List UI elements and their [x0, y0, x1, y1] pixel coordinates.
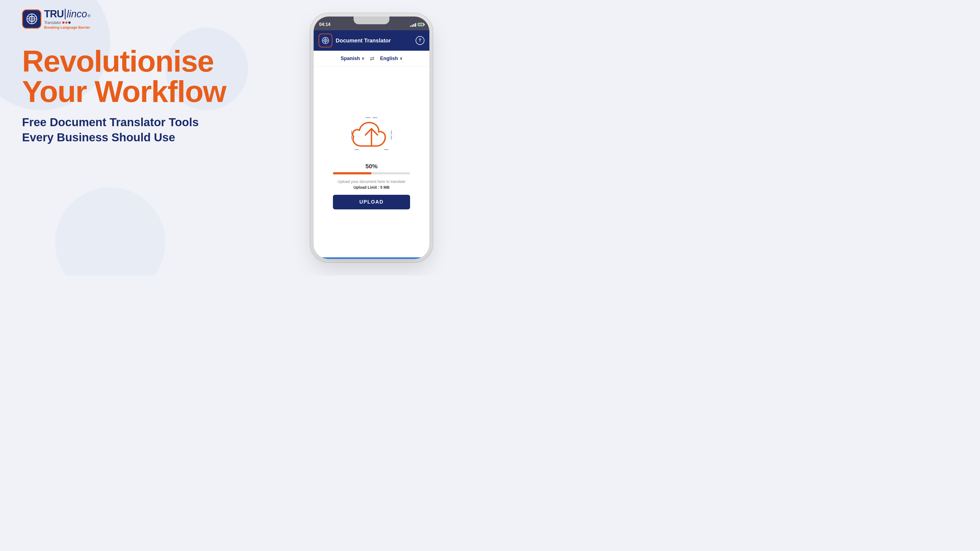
upload-button[interactable]: UPLOAD [333, 195, 410, 210]
upload-description-text: Upload your document here to translate [337, 179, 406, 184]
logo-divider [65, 9, 65, 19]
upload-description: Upload your document here to translate U… [337, 179, 406, 191]
target-language-chevron-icon: ∨ [399, 56, 402, 60]
dot-red [62, 22, 65, 24]
source-language-chevron-icon: ∨ [361, 56, 364, 60]
left-section: TRU linco ® Translator Breaking Language… [22, 0, 259, 275]
hero-heading-line1: Revolutionise [22, 46, 259, 76]
dot-blue [68, 22, 70, 24]
logo-subtitle-row: Translator [44, 21, 91, 25]
app-header: Document Translator ? [313, 30, 430, 51]
source-language-selector[interactable]: Spanish ∨ [340, 56, 364, 62]
hero-subheading-line1: Free Document Translator Tools [22, 115, 259, 130]
progress-percentage: 50% [333, 163, 410, 170]
hero-heading-line2: Your Workflow [22, 76, 259, 106]
app-header-help-button[interactable]: ? [415, 36, 425, 45]
signal-bar-4 [415, 23, 416, 27]
app-header-icon [318, 33, 332, 48]
upload-area: 50% Upload your document here to transla… [313, 67, 430, 257]
target-language-label: English [380, 56, 398, 62]
logo-translator-text: Translator [44, 21, 61, 25]
signal-bars-icon [410, 22, 416, 27]
cloud-upload-svg [347, 114, 396, 159]
logo-text-area: TRU linco ® Translator Breaking Language… [44, 8, 91, 30]
target-language-selector[interactable]: English ∨ [380, 56, 402, 62]
phone-notch [353, 16, 390, 24]
hero-heading: Revolutionise Your Workflow [22, 46, 259, 106]
progress-bar-background [333, 172, 410, 175]
source-language-label: Spanish [340, 56, 360, 62]
phone-bottom-bar [313, 257, 430, 259]
logo-tagline: Breaking Language Barrier [44, 25, 91, 30]
app-logo-icon [321, 37, 329, 44]
logo-brand: TRU linco ® [44, 8, 91, 20]
logo-tru-text: TRU [44, 8, 64, 20]
cloud-upload-icon [347, 114, 396, 159]
language-selector-row: Spanish ∨ ⇄ English ∨ [313, 51, 430, 67]
progress-container: 50% [333, 163, 410, 175]
logo-registered: ® [88, 14, 91, 18]
upload-limit-text: Upload Limit : 5 MB [337, 184, 406, 191]
status-time: 04:14 [319, 22, 331, 27]
progress-bar-fill [333, 172, 372, 175]
hero-subheading: Free Document Translator Tools Every Bus… [22, 115, 259, 145]
battery-fill [418, 24, 423, 25]
dot-orange [65, 22, 67, 24]
logo-linco-text: linco [67, 8, 87, 20]
logo-icon [22, 10, 41, 29]
app-header-title: Document Translator [336, 38, 412, 44]
battery-icon [418, 23, 424, 26]
logo-svg-icon [25, 13, 38, 25]
signal-bar-3 [414, 24, 415, 27]
logo-dots [62, 22, 70, 24]
logo-area: TRU linco ® Translator Breaking Language… [22, 8, 259, 30]
signal-bar-1 [410, 25, 411, 27]
phone-frame: 04:14 [313, 16, 430, 259]
signal-bar-2 [412, 25, 413, 27]
status-icons [410, 22, 424, 27]
hero-subheading-line2: Every Business Should Use [22, 130, 259, 145]
phone-mockup-section: 04:14 [264, 5, 479, 270]
swap-languages-icon[interactable]: ⇄ [370, 55, 374, 62]
